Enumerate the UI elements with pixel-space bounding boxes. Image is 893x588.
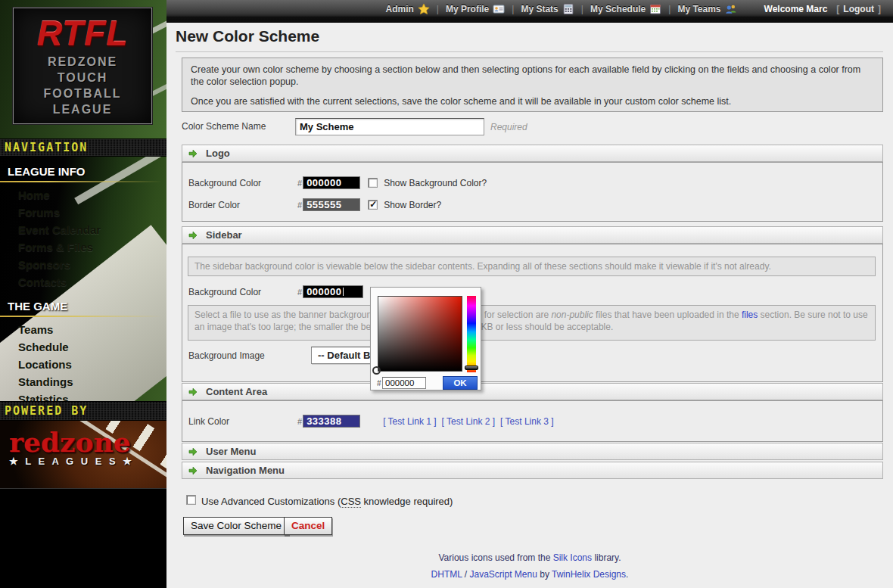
sidebar-item-forms-files[interactable]: Forms & Files xyxy=(0,238,166,256)
section-header-user-menu[interactable]: User Menu xyxy=(182,443,883,460)
menu-my-schedule-label: My Schedule xyxy=(590,4,646,14)
group-icon xyxy=(725,3,737,15)
calculator-icon xyxy=(562,3,574,15)
hash-prefix: # xyxy=(297,201,302,210)
twinhelix-designs-link[interactable]: TwinHelix Designs xyxy=(552,569,626,580)
show-bg-color-checkbox[interactable] xyxy=(368,178,378,188)
hex-value-input[interactable] xyxy=(382,377,426,389)
section-header-logo[interactable]: Logo xyxy=(182,145,883,162)
files-link[interactable]: files xyxy=(742,310,758,320)
nav-list-league-info: Home Forums Event Calendar Forms & Files… xyxy=(0,186,166,291)
link-color-label: Link Color xyxy=(188,416,297,427)
sidebar-footer-area xyxy=(0,488,166,588)
sidebar-item-contacts[interactable]: Contacts xyxy=(0,273,166,291)
color-picker-popup: # OK xyxy=(370,287,481,390)
app-screen: RTFL REDZONE TOUCH FOOTBALL LEAGUE NAVIG… xyxy=(0,0,893,588)
save-color-scheme-button[interactable]: Save Color Scheme xyxy=(183,517,289,535)
logo-line: LEAGUE xyxy=(14,101,151,117)
banner-image-note: Select a file to use as the banner backg… xyxy=(188,305,876,341)
test-link-2[interactable]: [ Test Link 2 ] xyxy=(442,416,495,427)
footer-credits-icons: Various icons used from the Silk Icons l… xyxy=(166,552,893,563)
calendar-icon xyxy=(649,3,661,15)
separator: | xyxy=(512,4,514,14)
main-content: New Color Scheme Create your own color s… xyxy=(166,23,893,588)
sidebar-item-event-calendar[interactable]: Event Calendar xyxy=(0,221,166,238)
scheme-name-input[interactable] xyxy=(295,118,484,135)
nav-section-title-the-game: THE GAME xyxy=(8,300,166,316)
sidebar-item-schedule[interactable]: Schedule xyxy=(0,338,166,356)
separator: | xyxy=(437,4,439,14)
separator: | xyxy=(668,4,671,14)
intro-paragraph: Create your own color scheme by choosing… xyxy=(191,64,874,88)
sidebar-item-forums[interactable]: Forums xyxy=(0,204,166,221)
redzone-leagues-logo[interactable]: redzone ★ L E A G U E S ★ xyxy=(0,421,166,488)
logo-border-color-swatch[interactable]: 555555 xyxy=(303,198,360,211)
intro-paragraph: Once you are satisfied with the current … xyxy=(191,95,874,107)
gold-rule xyxy=(0,181,162,182)
page-title: New Color Scheme xyxy=(176,27,319,45)
section-box-sidebar: The sidebar background color is viewable… xyxy=(182,244,883,382)
menu-admin[interactable]: Admin xyxy=(385,3,429,15)
text-caret xyxy=(343,288,344,296)
dhtml-link[interactable]: DHTML xyxy=(431,569,462,580)
show-border-checkbox[interactable] xyxy=(368,200,378,210)
menu-my-profile[interactable]: My Profile xyxy=(446,3,505,15)
section-header-content-area[interactable]: Content Area xyxy=(182,383,883,400)
sidebar-bg-color-value: 000000 xyxy=(306,286,341,297)
hue-slider[interactable] xyxy=(467,296,476,372)
sidebar-bg-color-row: Background Color # 000000 xyxy=(188,285,363,299)
javascript-menu-link[interactable]: JavaScript Menu xyxy=(470,569,537,580)
section-header-navigation-menu[interactable]: Navigation Menu xyxy=(182,462,883,479)
sidebar-item-locations[interactable]: Locations xyxy=(0,356,166,373)
league-logo[interactable]: RTFL REDZONE TOUCH FOOTBALL LEAGUE xyxy=(13,8,152,124)
ok-button[interactable]: OK xyxy=(443,376,478,390)
advanced-label-text: knowledge required) xyxy=(361,496,453,507)
logo-bg-color-label: Background Color xyxy=(188,178,297,188)
saturation-value-field[interactable] xyxy=(378,296,462,372)
sidebar-bg-color-swatch[interactable]: 000000 xyxy=(303,285,363,298)
section-header-sidebar[interactable]: Sidebar xyxy=(182,226,883,244)
silk-icons-link[interactable]: Silk Icons xyxy=(553,552,592,563)
logo-acronym: RTFL xyxy=(14,13,151,54)
sidebar-item-home[interactable]: Home xyxy=(0,186,166,204)
league-sidebar: RTFL REDZONE TOUCH FOOTBALL LEAGUE NAVIG… xyxy=(0,0,166,588)
redzone-logo-name: redzone xyxy=(9,428,166,456)
test-link-3[interactable]: [ Test Link 3 ] xyxy=(500,416,553,427)
logout-link[interactable]: Logout xyxy=(843,4,874,14)
footer-text: / xyxy=(462,569,469,580)
logo-bg-color-row: Background Color # 000000 Show Backgroun… xyxy=(188,176,487,190)
test-link-1[interactable]: [ Test Link 1 ] xyxy=(383,416,436,427)
intro-box: Create your own color scheme by choosing… xyxy=(182,58,883,112)
sidebar-bg-note: The sidebar background color is viewable… xyxy=(188,257,876,276)
logo-border-color-label: Border Color xyxy=(188,200,297,210)
footer-text: by xyxy=(537,569,552,580)
menu-my-teams[interactable]: My Teams xyxy=(677,3,736,15)
sidebar-item-sponsors[interactable]: Sponsors xyxy=(0,256,166,273)
section-box-logo: Background Color # 000000 Show Backgroun… xyxy=(182,162,883,222)
logo-line: FOOTBALL xyxy=(14,86,151,101)
vcard-icon xyxy=(493,3,505,15)
menu-my-stats[interactable]: My Stats xyxy=(521,3,574,15)
menu-my-schedule[interactable]: My Schedule xyxy=(590,3,661,15)
test-links: [ Test Link 1 ] [ Test Link 2 ] [ Test L… xyxy=(383,416,553,427)
footer-text: library. xyxy=(592,552,621,563)
link-color-swatch[interactable]: 333388 xyxy=(303,415,360,428)
star-icon xyxy=(418,3,430,15)
nav-section-title-league-info: LEAGUE INFO xyxy=(8,165,166,181)
sidebar-item-standings[interactable]: Standings xyxy=(0,373,166,390)
gold-rule xyxy=(0,316,162,317)
scheme-name-label: Color Scheme Name xyxy=(182,121,266,132)
sidebar-item-teams[interactable]: Teams xyxy=(0,321,166,338)
green-arrow-icon xyxy=(188,387,198,397)
logo-bg-color-swatch[interactable]: 000000 xyxy=(303,176,360,189)
note-emphasis: non-public xyxy=(551,310,593,320)
cancel-button[interactable]: Cancel xyxy=(284,517,332,535)
footer-credits-menu: DHTML / JavaScript Menu by TwinHelix Des… xyxy=(166,569,893,580)
green-arrow-icon xyxy=(188,149,198,158)
css-abbr: CSS xyxy=(341,496,361,508)
green-arrow-icon xyxy=(188,466,198,475)
footer-text: Various icons used from the xyxy=(439,552,553,563)
hue-slider-handle[interactable] xyxy=(465,366,478,370)
advanced-customizations-checkbox[interactable] xyxy=(186,495,196,505)
color-selection-marker[interactable] xyxy=(372,366,381,375)
